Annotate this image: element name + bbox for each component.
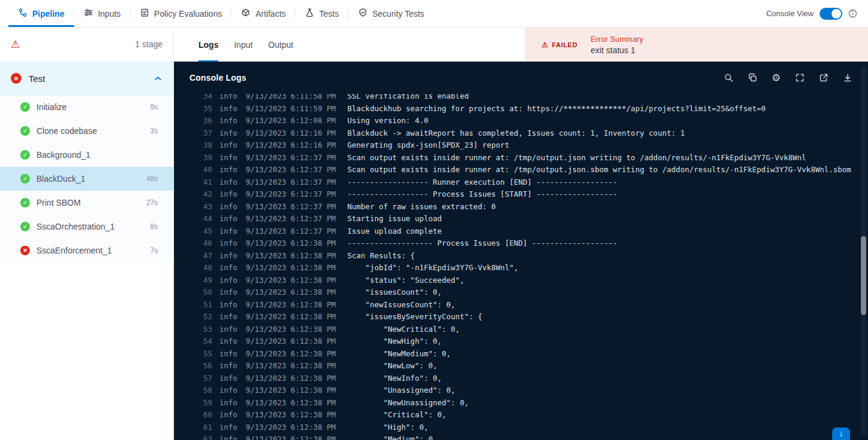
error-summary-title: Error Summary (591, 35, 643, 44)
tab-security-tests[interactable]: Security Tests (349, 0, 434, 27)
scroll-to-bottom-button[interactable]: ↓ (832, 427, 850, 440)
chevron-up-icon[interactable] (154, 74, 163, 83)
log-level: info (219, 225, 239, 238)
success-icon: ✓ (20, 198, 30, 207)
stage-row-test[interactable]: ✕ Test (0, 62, 173, 95)
tab-artifacts[interactable]: Artifacts (231, 0, 295, 27)
log-level: info (219, 397, 239, 410)
execution-sidebar: ⚠ 1 stage ✕ Test ✓ Initialize 9s ✓ Clone… (0, 28, 174, 440)
copy-icon[interactable] (748, 73, 757, 82)
search-icon[interactable] (724, 73, 733, 82)
log-line-number: 37 (197, 127, 212, 140)
log-message: Generating spdx-json[SPDX_23] report (347, 139, 868, 152)
log-message: "NewInfo": 0, (347, 372, 868, 385)
step-initialize[interactable]: ✓ Initialize 9s (0, 95, 173, 119)
log-line: 53 info 9/13/2023 6:12:38 PM "NewCritica… (174, 323, 868, 336)
log-level: info (219, 433, 239, 440)
log-message: "NewUnassigned": 0, (347, 397, 868, 410)
log-message: "NewMedium": 0, (347, 348, 868, 360)
tab-pipeline[interactable]: Pipeline (8, 0, 74, 27)
tab-output[interactable]: Output (268, 28, 294, 62)
log-message: Scan output exists inside runner at: /tm… (347, 152, 868, 164)
log-scroll-area[interactable]: 34 info 9/13/2023 6:11:58 PM SSL verific… (174, 94, 868, 440)
log-level: info (219, 274, 239, 287)
log-line-number: 41 (197, 176, 212, 189)
download-icon[interactable] (843, 73, 852, 82)
step-duration: 9s (150, 103, 158, 111)
tab-logs[interactable]: Logs (198, 28, 218, 62)
top-navigation: Pipeline Inputs Policy Evaluations Artif… (0, 0, 868, 28)
step-ssca-orchestration-1[interactable]: ✓ SscaOrchestration_1 8s (0, 215, 173, 239)
sidebar-header: ⚠ 1 stage (0, 28, 173, 62)
step-ssca-enforcement-1[interactable]: ✕ SscaEnforcement_1 7s (0, 239, 173, 262)
settings-gear-icon[interactable]: ⚙ (772, 73, 781, 83)
log-line: 34 info 9/13/2023 6:11:58 PM SSL verific… (174, 94, 868, 103)
log-line-number: 42 (197, 188, 212, 201)
console-view-toggle[interactable] (820, 8, 842, 20)
toggle-knob (832, 9, 841, 19)
log-level: info (219, 164, 239, 176)
tab-policy-evaluations[interactable]: Policy Evaluations (130, 0, 232, 27)
log-message: "Critical": 0, (347, 409, 868, 421)
info-icon[interactable] (848, 9, 857, 18)
log-line: 44 info 9/13/2023 6:12:37 PM Starting is… (174, 213, 868, 225)
tab-label: Artifacts (255, 9, 286, 19)
tab-tests[interactable]: Tests (295, 0, 349, 27)
log-line-number: 60 (197, 409, 212, 421)
log-timestamp: 9/13/2023 6:12:38 PM (246, 250, 340, 262)
log-timestamp: 9/13/2023 6:12:37 PM (246, 164, 340, 176)
tab-input[interactable]: Input (234, 28, 252, 62)
step-background-1[interactable]: ✓ Background_1 (0, 143, 173, 167)
log-line-number: 58 (197, 384, 212, 397)
log-line: 47 info 9/13/2023 6:12:38 PM Scan Result… (174, 250, 868, 262)
log-message: Blackduckhub searching for projects at: … (347, 103, 868, 115)
success-icon: ✓ (20, 222, 30, 231)
log-level: info (219, 94, 239, 103)
log-line-number: 39 (197, 152, 212, 164)
error-summary-panel: ⚠ FAILED Error Summary exit status 1 (525, 28, 868, 62)
step-name: Initialize (36, 102, 67, 112)
log-level: info (219, 335, 239, 348)
step-duration: 27s (146, 198, 158, 207)
shield-icon (358, 8, 368, 19)
log-line-number: 55 (197, 348, 212, 360)
log-line-number: 35 (197, 103, 212, 115)
log-level: info (219, 348, 239, 360)
step-clone-codebase[interactable]: ✓ Clone codebase 3s (0, 119, 173, 143)
step-print-sbom[interactable]: ✓ Print SBOM 27s (0, 191, 173, 215)
log-message: ------------------ Runner execution [END… (347, 176, 868, 189)
log-line-number: 38 (197, 139, 212, 152)
failed-badge: ⚠ FAILED (542, 41, 577, 48)
failed-badge-label: FAILED (552, 41, 577, 48)
log-message: "High": 0, (347, 421, 868, 434)
log-line-number: 50 (197, 286, 212, 299)
log-timestamp: 9/13/2023 6:12:38 PM (246, 262, 340, 274)
log-timestamp: 9/13/2023 6:12:38 PM (246, 409, 340, 421)
step-name: Print SBOM (36, 198, 81, 207)
success-icon: ✓ (20, 126, 30, 136)
log-line-number: 47 (197, 250, 212, 262)
log-timestamp: 9/13/2023 6:11:59 PM (246, 103, 340, 115)
scrollbar-thumb[interactable] (861, 236, 866, 315)
log-line: 50 info 9/13/2023 6:12:38 PM "issuesCoun… (174, 286, 868, 299)
log-line-number: 44 (197, 213, 212, 225)
log-message: Blackduck -> awaitReport has completed, … (347, 127, 868, 140)
step-blackduck-1[interactable]: ✓ BlackDuck_1 48s (0, 167, 173, 191)
log-message: "NewCritical": 0, (347, 323, 868, 336)
log-level: info (219, 188, 239, 201)
log-message: Using version: 4.0 (347, 115, 868, 127)
log-level: info (219, 311, 239, 323)
app-window: Pipeline Inputs Policy Evaluations Artif… (0, 0, 868, 440)
log-line: 37 info 9/13/2023 6:12:16 PM Blackduck -… (174, 127, 868, 140)
sliders-icon (84, 8, 93, 19)
log-line-number: 34 (197, 94, 212, 103)
open-in-new-icon[interactable] (819, 73, 829, 82)
log-timestamp: 9/13/2023 6:12:37 PM (246, 152, 340, 164)
log-timestamp: 9/13/2023 6:12:37 PM (246, 225, 340, 238)
tab-inputs[interactable]: Inputs (74, 0, 130, 27)
step-name: Clone codebase (36, 126, 97, 136)
pipeline-warning-icon: ⚠ (11, 39, 20, 50)
log-line: 55 info 9/13/2023 6:12:38 PM "NewMedium"… (174, 348, 868, 360)
fullscreen-icon[interactable] (795, 73, 805, 82)
step-duration: 8s (150, 222, 158, 231)
